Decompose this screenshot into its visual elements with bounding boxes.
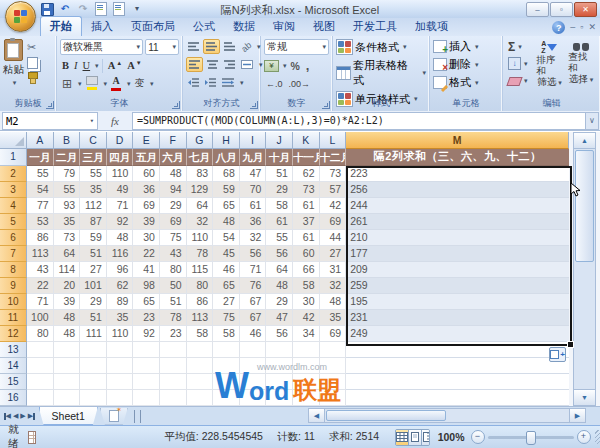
cell-B7[interactable]: 64 [54, 246, 81, 262]
zoom-out-icon[interactable]: − [471, 430, 485, 444]
cell-F5[interactable]: 69 [160, 214, 187, 230]
cell-E2[interactable]: 60 [133, 166, 160, 182]
cell-I2[interactable]: 47 [240, 166, 267, 182]
cell-K10[interactable]: 30 [293, 294, 320, 310]
cell-F16[interactable] [160, 390, 187, 406]
cell-B9[interactable]: 20 [54, 278, 81, 294]
cell-G3[interactable]: 129 [187, 182, 214, 198]
row-header-1[interactable]: 1 [0, 149, 27, 166]
cell-A3[interactable]: 54 [27, 182, 54, 198]
cell-L10[interactable]: 48 [320, 294, 347, 310]
fill-color-dropdown-icon[interactable]: ▾ [104, 80, 108, 88]
alignment-dialog-launcher-icon[interactable] [250, 101, 258, 109]
cell-J3[interactable]: 29 [266, 182, 293, 198]
cell-A16[interactable] [27, 390, 54, 406]
column-header-B[interactable]: B [54, 132, 81, 149]
cell-I12[interactable]: 46 [240, 326, 267, 342]
cell-D8[interactable]: 96 [107, 262, 134, 278]
wrap-dropdown-icon[interactable]: ▾ [240, 79, 244, 87]
cell-A6[interactable]: 86 [27, 230, 54, 246]
workbook-minimize-button[interactable]: – [570, 23, 575, 32]
name-box[interactable]: M2 ▾ [2, 112, 98, 130]
align-left-icon[interactable] [186, 57, 203, 72]
align-right-icon[interactable] [222, 57, 237, 72]
row-header-5[interactable]: 5 [0, 214, 27, 230]
cell-M7[interactable]: 177 [346, 246, 569, 262]
cell-C10[interactable]: 29 [80, 294, 107, 310]
sort-filter-button[interactable]: AZ 排序和 筛选▾ [534, 39, 566, 88]
save-icon[interactable] [40, 3, 54, 16]
italic-button[interactable]: I [72, 58, 80, 73]
cell-B14[interactable] [54, 358, 81, 374]
cell-E7[interactable]: 22 [133, 246, 160, 262]
cell-B11[interactable]: 48 [54, 310, 81, 326]
tab-review[interactable]: 审阅 [264, 17, 304, 36]
wrap-text-icon[interactable] [220, 75, 236, 90]
cell-A10[interactable]: 71 [27, 294, 54, 310]
prev-sheet-icon[interactable]: ◀ [13, 412, 18, 420]
bold-button[interactable]: B [60, 58, 71, 73]
vertical-scroll-thumb[interactable] [575, 150, 594, 262]
page-layout-view-icon[interactable] [409, 430, 422, 445]
align-top-icon[interactable] [186, 39, 201, 54]
tab-formulas[interactable]: 公式 [184, 17, 224, 36]
cell-C14[interactable] [80, 358, 107, 374]
row-header-9[interactable]: 9 [0, 278, 27, 294]
cell-C6[interactable]: 59 [80, 230, 107, 246]
font-name-combo[interactable]: 微软雅黑 ▾ [60, 39, 143, 55]
format-as-table-button[interactable]: 套用表格格式▾ [336, 58, 426, 88]
cell-D3[interactable]: 49 [107, 182, 134, 198]
cell-G5[interactable]: 32 [187, 214, 214, 230]
zoom-in-icon[interactable]: + [577, 430, 591, 444]
cell-H12[interactable]: 58 [213, 326, 240, 342]
cell-D2[interactable]: 110 [107, 166, 134, 182]
cell-G6[interactable]: 110 [187, 230, 214, 246]
cell-C1[interactable]: 三月 [80, 149, 107, 166]
cell-L3[interactable]: 57 [320, 182, 347, 198]
cell-I1[interactable]: 九月 [240, 149, 267, 166]
cell-F15[interactable] [160, 374, 187, 390]
cell-M3[interactable]: 256 [346, 182, 569, 198]
align-bottom-icon[interactable] [222, 39, 237, 54]
cell-M13[interactable] [346, 342, 569, 358]
cell-A4[interactable]: 77 [27, 198, 54, 214]
row-header-3[interactable]: 3 [0, 182, 27, 198]
cell-L12[interactable]: 69 [320, 326, 347, 342]
cell-H3[interactable]: 59 [213, 182, 240, 198]
cell-G4[interactable]: 64 [187, 198, 214, 214]
cell-A8[interactable]: 43 [27, 262, 54, 278]
insert-cells-button[interactable]: 插入▾ [433, 39, 499, 54]
cell-D1[interactable]: 四月 [107, 149, 134, 166]
cell-C3[interactable]: 35 [80, 182, 107, 198]
cell-B12[interactable]: 48 [54, 326, 81, 342]
cell-H2[interactable]: 68 [213, 166, 240, 182]
increase-decimal-icon[interactable]: ←.0 [264, 76, 285, 91]
cell-M15[interactable] [346, 374, 569, 390]
cell-L11[interactable]: 35 [320, 310, 347, 326]
cell-A11[interactable]: 100 [27, 310, 54, 326]
cell-L5[interactable]: 69 [320, 214, 347, 230]
cell-C15[interactable] [80, 374, 107, 390]
cell-A2[interactable]: 55 [27, 166, 54, 182]
cell-E14[interactable] [133, 358, 160, 374]
font-color-button[interactable]: A [109, 76, 123, 91]
tab-data[interactable]: 数据 [224, 17, 264, 36]
underline-button[interactable]: U [81, 58, 93, 73]
cell-M16[interactable] [346, 390, 569, 406]
cell-C12[interactable]: 111 [80, 326, 107, 342]
column-header-L[interactable]: L [320, 132, 347, 149]
borders-dropdown-icon[interactable]: ▾ [78, 80, 82, 88]
orientation-icon[interactable]: ab [236, 36, 256, 56]
cell-J7[interactable]: 56 [266, 246, 293, 262]
column-header-J[interactable]: J [266, 132, 293, 149]
formula-input[interactable]: =SUMPRODUCT((MOD(COLUMN(A:L),3)=0)*A2:L2… [132, 112, 585, 130]
row-header-10[interactable]: 10 [0, 294, 27, 310]
help-icon[interactable]: ? [552, 21, 565, 34]
tab-view[interactable]: 视图 [304, 17, 344, 36]
last-sheet-icon[interactable]: ▶ [28, 412, 35, 420]
cell-E1[interactable]: 五月 [133, 149, 160, 166]
cell-E3[interactable]: 36 [133, 182, 160, 198]
autosum-button[interactable]: Σ▾ [506, 39, 530, 54]
cell-B15[interactable] [54, 374, 81, 390]
cell-E5[interactable]: 39 [133, 214, 160, 230]
